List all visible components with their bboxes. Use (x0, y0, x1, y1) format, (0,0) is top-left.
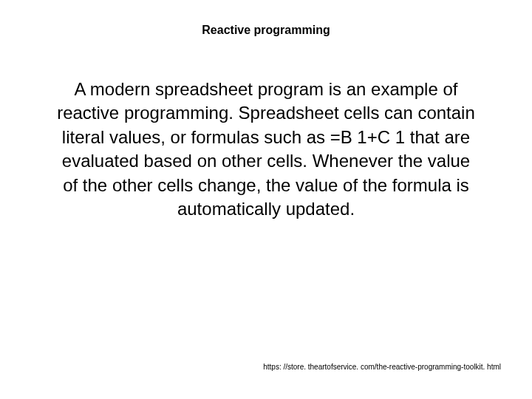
slide-body-text: A modern spreadsheet program is an examp… (53, 78, 479, 221)
slide-footer-url: https: //store. theartofservice. com/the… (263, 363, 501, 371)
slide-title: Reactive programming (0, 24, 532, 37)
